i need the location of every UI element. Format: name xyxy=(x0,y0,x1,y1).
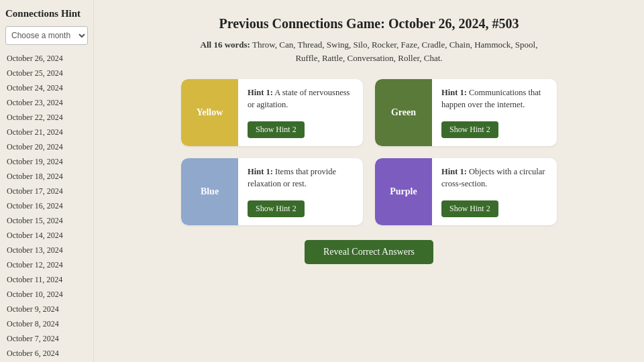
cards-grid: YellowHint 1: A state of nervousness or … xyxy=(181,79,557,225)
sidebar-date-item[interactable]: October 24, 2024 xyxy=(5,81,88,95)
sidebar-date-item[interactable]: October 10, 2024 xyxy=(5,288,88,302)
show-hint-button-green[interactable]: Show Hint 2 xyxy=(441,121,498,138)
page-title: Previous Connections Game: October 26, 2… xyxy=(219,16,519,32)
sidebar-date-item[interactable]: October 26, 2024 xyxy=(5,52,88,66)
card-hint-text-blue: Hint 1: Items that provide relaxation or… xyxy=(248,166,354,190)
month-dropdown[interactable]: Choose a month xyxy=(5,26,88,45)
card-hint-text-purple: Hint 1: Objects with a circular cross-se… xyxy=(441,166,547,190)
sidebar: Connections Hint Choose a month October … xyxy=(0,0,94,362)
card-color-purple: Purple xyxy=(375,158,432,225)
reveal-button[interactable]: Reveal Correct Answers xyxy=(305,240,433,264)
date-list: October 26, 2024October 25, 2024October … xyxy=(5,52,88,361)
card-yellow: YellowHint 1: A state of nervousness or … xyxy=(181,79,363,146)
card-green: GreenHint 1: Communications that happen … xyxy=(375,79,557,146)
words-list: Throw, Can, Thread, Swing, Silo, Rocker,… xyxy=(252,40,538,63)
sidebar-date-item[interactable]: October 13, 2024 xyxy=(5,243,88,257)
sidebar-date-item[interactable]: October 18, 2024 xyxy=(5,170,88,184)
sidebar-date-item[interactable]: October 15, 2024 xyxy=(5,214,88,228)
card-hint-text-yellow: Hint 1: A state of nervousness or agitat… xyxy=(248,87,354,111)
show-hint-button-blue[interactable]: Show Hint 2 xyxy=(248,200,305,217)
sidebar-date-item[interactable]: October 25, 2024 xyxy=(5,66,88,80)
sidebar-date-item[interactable]: October 6, 2024 xyxy=(5,347,88,361)
show-hint-button-purple[interactable]: Show Hint 2 xyxy=(441,200,498,217)
show-hint-button-yellow[interactable]: Show Hint 2 xyxy=(248,121,305,138)
sidebar-date-item[interactable]: October 16, 2024 xyxy=(5,199,88,213)
sidebar-date-item[interactable]: October 22, 2024 xyxy=(5,111,88,125)
sidebar-date-item[interactable]: October 14, 2024 xyxy=(5,229,88,243)
main-content: Previous Connections Game: October 26, 2… xyxy=(94,0,644,362)
card-color-yellow: Yellow xyxy=(181,79,238,146)
card-content-purple: Hint 1: Objects with a circular cross-se… xyxy=(432,158,557,225)
sidebar-date-item[interactable]: October 7, 2024 xyxy=(5,332,88,346)
card-content-green: Hint 1: Communications that happen over … xyxy=(432,79,557,146)
words-line: All 16 words: Throw, Can, Thread, Swing,… xyxy=(195,38,543,64)
card-blue: BlueHint 1: Items that provide relaxatio… xyxy=(181,158,363,225)
sidebar-title: Connections Hint xyxy=(5,8,88,19)
card-content-blue: Hint 1: Items that provide relaxation or… xyxy=(238,158,363,225)
sidebar-date-item[interactable]: October 8, 2024 xyxy=(5,317,88,331)
sidebar-date-item[interactable]: October 23, 2024 xyxy=(5,96,88,110)
sidebar-date-item[interactable]: October 9, 2024 xyxy=(5,302,88,316)
sidebar-date-item[interactable]: October 20, 2024 xyxy=(5,140,88,154)
sidebar-date-item[interactable]: October 17, 2024 xyxy=(5,184,88,198)
card-color-green: Green xyxy=(375,79,432,146)
sidebar-date-item[interactable]: October 12, 2024 xyxy=(5,258,88,272)
card-hint-text-green: Hint 1: Communications that happen over … xyxy=(441,87,547,111)
words-label: All 16 words: xyxy=(201,40,250,50)
sidebar-date-item[interactable]: October 21, 2024 xyxy=(5,125,88,139)
card-content-yellow: Hint 1: A state of nervousness or agitat… xyxy=(238,79,363,146)
card-color-blue: Blue xyxy=(181,158,238,225)
sidebar-date-item[interactable]: October 19, 2024 xyxy=(5,155,88,169)
sidebar-date-item[interactable]: October 11, 2024 xyxy=(5,273,88,287)
card-purple: PurpleHint 1: Objects with a circular cr… xyxy=(375,158,557,225)
